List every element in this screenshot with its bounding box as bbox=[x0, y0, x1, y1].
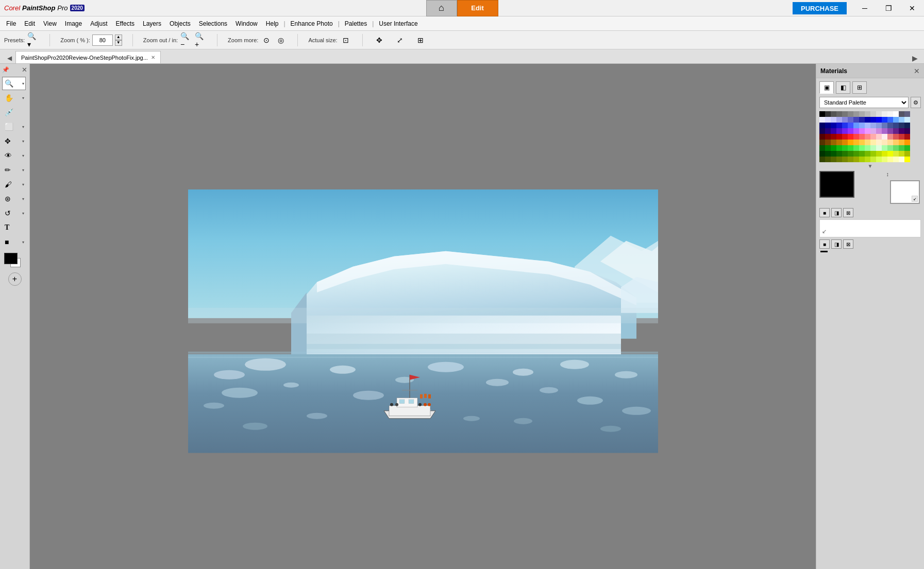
color-cell[interactable] bbox=[859, 151, 865, 157]
color-cell[interactable] bbox=[876, 157, 882, 162]
menu-image[interactable]: Image bbox=[61, 18, 86, 29]
color-cell[interactable] bbox=[848, 157, 853, 162]
edit-button[interactable]: Edit bbox=[457, 0, 498, 16]
color-cell[interactable] bbox=[819, 140, 825, 145]
color-cell[interactable] bbox=[853, 111, 859, 117]
menu-selections[interactable]: Selections bbox=[195, 18, 231, 29]
color-cell[interactable] bbox=[876, 140, 882, 145]
color-cell[interactable] bbox=[819, 128, 825, 134]
color-cell[interactable] bbox=[899, 145, 904, 151]
color-cell[interactable] bbox=[887, 145, 893, 151]
zoom-fit-btn[interactable]: ⊙ bbox=[260, 34, 273, 46]
color-cell[interactable] bbox=[904, 134, 910, 140]
color-cell[interactable] bbox=[865, 140, 870, 145]
color-cell[interactable] bbox=[848, 123, 853, 128]
color-cell[interactable] bbox=[882, 140, 887, 145]
color-cell[interactable] bbox=[904, 140, 910, 145]
color-cell[interactable] bbox=[848, 111, 853, 117]
color-cell[interactable] bbox=[893, 145, 899, 151]
bottom-solid-btn[interactable]: ■ bbox=[819, 239, 830, 249]
color-cell[interactable] bbox=[882, 117, 887, 123]
color-cell[interactable] bbox=[842, 111, 848, 117]
pin-icon[interactable]: 📌 bbox=[2, 66, 9, 73]
add-tool-button[interactable]: + bbox=[8, 272, 22, 286]
color-cell[interactable] bbox=[831, 134, 836, 140]
color-cell[interactable] bbox=[876, 134, 882, 140]
color-cell[interactable] bbox=[865, 111, 870, 117]
color-cell[interactable] bbox=[904, 145, 910, 151]
foreground-color[interactable] bbox=[4, 253, 18, 264]
menu-palettes[interactable]: Palettes bbox=[341, 18, 371, 29]
pan-tool[interactable]: ✋ ▾ bbox=[2, 91, 26, 105]
tab-item[interactable]: PaintShopPro2020Review-OneStepPhotoFix.j… bbox=[15, 51, 161, 63]
color-cell[interactable] bbox=[882, 151, 887, 157]
color-cell[interactable] bbox=[819, 157, 825, 162]
color-cell[interactable] bbox=[893, 123, 899, 128]
swatch-gradient-btn[interactable]: ◨ bbox=[831, 208, 842, 217]
bottom-pattern-btn[interactable]: ⊠ bbox=[843, 239, 853, 249]
swap-colors-btn[interactable]: ↕ bbox=[886, 171, 889, 177]
color-cell[interactable] bbox=[859, 117, 865, 123]
color-cell[interactable] bbox=[853, 123, 859, 128]
color-cell[interactable] bbox=[870, 117, 876, 123]
color-cell[interactable] bbox=[876, 145, 882, 151]
color-cell[interactable] bbox=[887, 151, 893, 157]
color-cell[interactable] bbox=[819, 117, 825, 123]
color-cell[interactable] bbox=[904, 111, 910, 117]
menu-edit[interactable]: Edit bbox=[20, 18, 39, 29]
color-cell[interactable] bbox=[876, 111, 882, 117]
toolbox-close[interactable]: ✕ bbox=[22, 66, 27, 74]
color-cell[interactable] bbox=[842, 117, 848, 123]
zoom-up[interactable]: ▲ bbox=[115, 35, 122, 40]
color-cell[interactable] bbox=[899, 128, 904, 134]
actual-size-btn[interactable]: ⊡ bbox=[340, 34, 352, 46]
color-cell[interactable] bbox=[899, 151, 904, 157]
color-cell[interactable] bbox=[853, 128, 859, 134]
zoom-input[interactable] bbox=[92, 35, 113, 46]
presets-dropdown[interactable]: 🔍▾ bbox=[27, 34, 39, 46]
menu-window[interactable]: Window bbox=[231, 18, 262, 29]
color-cell[interactable] bbox=[893, 157, 899, 162]
home-button[interactable]: ⌂ bbox=[426, 0, 457, 16]
menu-objects[interactable]: Objects bbox=[165, 18, 195, 29]
color-cell[interactable] bbox=[859, 123, 865, 128]
menu-ui[interactable]: User Interface bbox=[375, 18, 422, 29]
restore-button[interactable]: ❐ bbox=[877, 0, 900, 16]
color-cell[interactable] bbox=[825, 140, 831, 145]
color-cell[interactable] bbox=[887, 111, 893, 117]
color-cell[interactable] bbox=[836, 134, 842, 140]
color-cell[interactable] bbox=[853, 145, 859, 151]
color-cell[interactable] bbox=[842, 140, 848, 145]
color-cell[interactable] bbox=[876, 123, 882, 128]
color-cell[interactable] bbox=[825, 157, 831, 162]
eyedropper-tool[interactable]: 💉 bbox=[2, 106, 26, 119]
color-cell[interactable] bbox=[831, 117, 836, 123]
color-cell[interactable] bbox=[865, 145, 870, 151]
brush-tool[interactable]: ✏ ▾ bbox=[2, 163, 26, 177]
color-cell[interactable] bbox=[825, 123, 831, 128]
color-cell[interactable] bbox=[831, 145, 836, 151]
color-cell[interactable] bbox=[893, 117, 899, 123]
close-button[interactable]: ✕ bbox=[900, 0, 924, 16]
color-cell[interactable] bbox=[870, 145, 876, 151]
color-cell[interactable] bbox=[836, 140, 842, 145]
color-cell[interactable] bbox=[865, 123, 870, 128]
zoom-out-btn[interactable]: 🔍− bbox=[180, 34, 192, 46]
tab-nav-right[interactable]: ▶ bbox=[910, 53, 920, 63]
color-cell[interactable] bbox=[859, 134, 865, 140]
color-cell[interactable] bbox=[899, 140, 904, 145]
color-cell[interactable] bbox=[887, 128, 893, 134]
color-cell[interactable] bbox=[825, 145, 831, 151]
color-cell[interactable] bbox=[887, 117, 893, 123]
color-cell[interactable] bbox=[876, 128, 882, 134]
color-cell[interactable] bbox=[819, 123, 825, 128]
bottom-gradient-btn[interactable]: ◨ bbox=[831, 239, 842, 249]
color-cell[interactable] bbox=[848, 134, 853, 140]
color-cell[interactable] bbox=[848, 140, 853, 145]
color-cell[interactable] bbox=[825, 117, 831, 123]
tab-gradient[interactable]: ◧ bbox=[836, 81, 850, 94]
color-cell[interactable] bbox=[842, 128, 848, 134]
color-cell[interactable] bbox=[842, 134, 848, 140]
color-cell[interactable] bbox=[853, 117, 859, 123]
color-cell[interactable] bbox=[836, 123, 842, 128]
